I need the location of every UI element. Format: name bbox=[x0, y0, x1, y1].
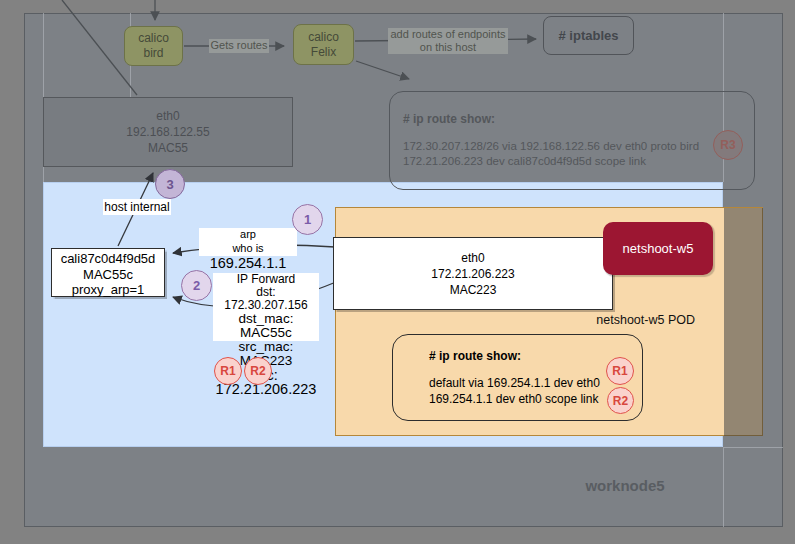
host-internal-label: host internal bbox=[103, 199, 171, 215]
pod-eth0-mac: MAC223 bbox=[334, 282, 612, 298]
gets-routes-label: Gets routes bbox=[209, 39, 269, 53]
arp-ip: 169.254.1.1 bbox=[210, 255, 287, 271]
calico-bird-node: calico bird bbox=[124, 26, 183, 66]
step-1-circle: 1 bbox=[292, 204, 323, 235]
host-eth0-mac: MAC55 bbox=[44, 140, 292, 156]
arp-question: who is 169.254.1.1 bbox=[199, 241, 297, 272]
cali-veth-mac: MAC55c bbox=[52, 267, 164, 283]
calico-bird-line1: calico bbox=[125, 31, 182, 46]
iptables-node: # iptables bbox=[543, 16, 634, 55]
step-3-circle: 3 bbox=[155, 169, 185, 199]
pod-region-dim-overlay bbox=[724, 208, 763, 436]
ip-forward-label: IP Forward dst: 172.30.207.156 dst_mac: … bbox=[213, 273, 319, 341]
calico-felix-node: calico Felix bbox=[293, 24, 354, 65]
flow-badge-r1: R1 bbox=[214, 357, 242, 385]
pod-eth0-name: eth0 bbox=[334, 250, 612, 266]
host-route-show-title: # ip route show: bbox=[403, 112, 754, 126]
pod-eth0-ip: 172.21.206.223 bbox=[334, 266, 612, 282]
arp-who-is: who is bbox=[232, 242, 263, 254]
pod-route-badge-r2: R2 bbox=[607, 387, 634, 414]
host-route-show-box: # ip route show: 172.30.207.128/26 via 1… bbox=[389, 91, 755, 190]
host-eth0-name: eth0 bbox=[44, 108, 292, 124]
step-2-circle: 2 bbox=[181, 270, 212, 301]
calico-felix-line1: calico bbox=[294, 30, 353, 45]
host-route-line: 172.30.207.128/26 via 192.168.122.56 dev… bbox=[403, 139, 754, 154]
flow-badge-r2: R2 bbox=[244, 357, 272, 385]
add-routes-line2: on this host bbox=[388, 41, 508, 54]
cali-veth-name: cali87c0d4f9d5d bbox=[52, 251, 164, 267]
host-eth0-node: eth0 192.168.122.55 MAC55 bbox=[43, 97, 293, 167]
add-routes-line1: add routes of endpoints bbox=[388, 28, 508, 41]
pod-eth0-node: eth0 172.21.206.223 MAC223 bbox=[333, 237, 613, 310]
arp-label: arp who is 169.254.1.1 bbox=[199, 228, 297, 256]
pod-route-show-box: # ip route show: default via 169.254.1.1… bbox=[392, 334, 643, 421]
route-badge-r3: R3 bbox=[713, 130, 743, 160]
host-route-line: 172.21.206.223 dev cali87c0d4f9d5d scope… bbox=[403, 154, 754, 169]
calico-bird-line2: bird bbox=[125, 46, 182, 61]
host-eth0-ip: 192.168.122.55 bbox=[44, 124, 292, 140]
ip-forward-dstmac: dst_mac: MAC55c bbox=[213, 312, 319, 340]
calico-felix-line2: Felix bbox=[294, 45, 353, 60]
worknode5-label: worknode5 bbox=[545, 477, 705, 495]
arp-title: arp bbox=[199, 228, 297, 241]
diagram-canvas: { "diagram": { "host": { "name": "workno… bbox=[0, 0, 795, 544]
cali-veth-proxyarp: proxy_arp=1 bbox=[52, 282, 164, 298]
netshoot-container-node: netshoot-w5 bbox=[603, 222, 713, 275]
pod-route-badge-r1: R1 bbox=[606, 357, 634, 385]
ip-forward-dst: dst: 172.30.207.156 bbox=[213, 286, 319, 312]
cali-veth-node: cali87c0d4f9d5d MAC55c proxy_arp=1 bbox=[51, 248, 165, 297]
pod-name-label: netshoot-w5 POD bbox=[535, 313, 695, 329]
add-routes-label: add routes of endpoints on this host bbox=[388, 28, 508, 54]
